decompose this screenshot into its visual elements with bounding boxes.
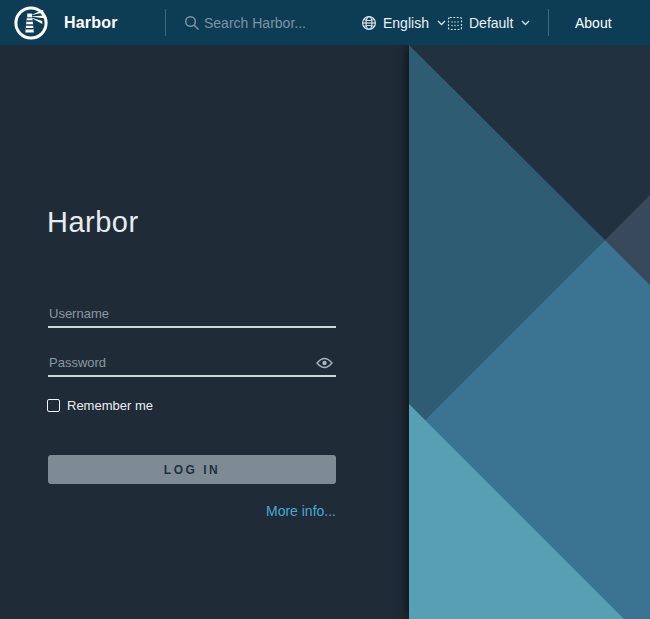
- remember-me-checkbox[interactable]: [47, 399, 60, 412]
- password-field-wrapper: [48, 353, 336, 375]
- remember-me-row[interactable]: Remember me: [47, 398, 153, 413]
- decorative-triangles-graphic: [409, 45, 650, 619]
- search-icon: [184, 15, 200, 31]
- remember-me-label: Remember me: [67, 398, 153, 413]
- username-field-wrapper: [48, 304, 336, 326]
- header-divider: [165, 9, 166, 36]
- header: Harbor English: [0, 0, 650, 45]
- login-button[interactable]: LOG IN: [48, 455, 336, 484]
- theme-label: Default: [469, 15, 513, 31]
- password-visibility-toggle[interactable]: [314, 355, 334, 371]
- password-input[interactable]: [48, 355, 336, 377]
- search-input[interactable]: [204, 15, 354, 31]
- header-brand[interactable]: Harbor: [14, 0, 118, 45]
- brand-title: Harbor: [64, 14, 118, 32]
- harbor-lighthouse-icon: [14, 6, 48, 40]
- theme-selector[interactable]: Default: [447, 0, 530, 45]
- harbor-login-page: Harbor English: [0, 0, 650, 619]
- language-label: English: [383, 15, 429, 31]
- more-info-link[interactable]: More info...: [266, 503, 336, 519]
- more-info-wrapper: More info...: [48, 502, 336, 520]
- language-selector[interactable]: English: [361, 0, 446, 45]
- header-divider: [548, 9, 549, 36]
- globe-icon: [361, 15, 377, 31]
- calendar-icon: [447, 15, 463, 31]
- header-search: [184, 0, 354, 45]
- chevron-down-icon: [437, 20, 446, 26]
- eye-icon: [316, 357, 333, 369]
- page-title: Harbor: [47, 206, 139, 239]
- username-input[interactable]: [48, 306, 336, 328]
- about-link[interactable]: About: [575, 0, 612, 45]
- chevron-down-icon: [521, 20, 530, 26]
